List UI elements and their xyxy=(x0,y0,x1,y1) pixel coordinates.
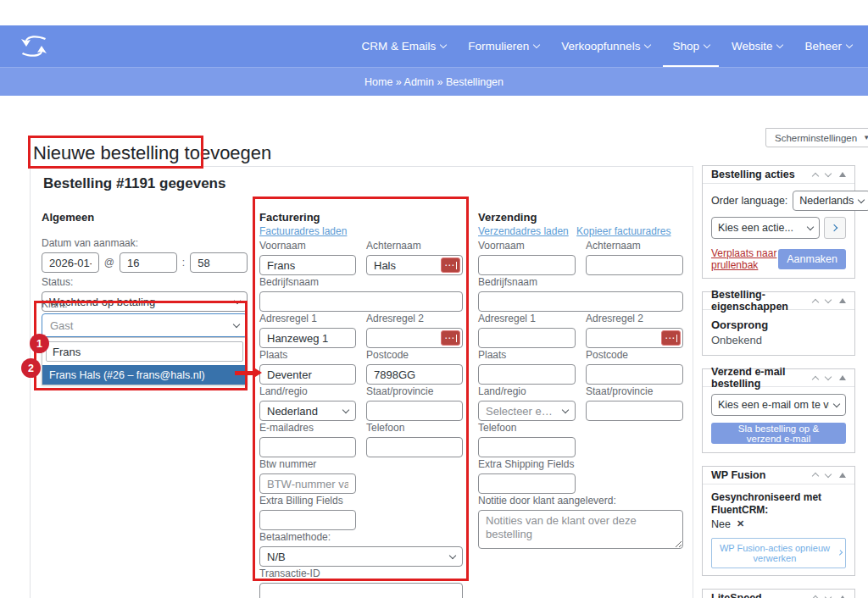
field-label: Achternaam xyxy=(586,241,683,252)
shipping-postcode-input[interactable] xyxy=(586,364,683,385)
field-label: Notitie door klant aangeleverd: xyxy=(478,496,683,507)
brand-logo-icon[interactable] xyxy=(15,32,53,60)
top-navbar: CRM & Emails Formulieren Verkoopfunnels … xyxy=(0,25,868,67)
billing-postcode-input[interactable] xyxy=(366,364,463,385)
customer-select[interactable]: Gast xyxy=(42,313,248,337)
email-template-select[interactable]: Kies een e-mail om te verzenden xyxy=(711,394,846,416)
collapse-icon[interactable] xyxy=(839,172,846,177)
shipping-city-input[interactable] xyxy=(478,364,576,385)
move-up-icon[interactable] xyxy=(812,375,819,382)
wp-fusion-reprocess-button[interactable]: WP Fusion-acties opnieuw verwerken xyxy=(711,538,846,568)
field-label: Extra Shipping Fields xyxy=(478,459,576,470)
customer-search-input[interactable] xyxy=(46,341,243,362)
billing-address1-group: Adresregel 1 xyxy=(259,313,356,348)
shipping-address1-input[interactable] xyxy=(478,328,576,348)
panel-title: Verzend e-mail bestelling xyxy=(711,366,805,390)
ellipsis-glyph: ⋯ xyxy=(444,260,454,270)
general-column: Algemeen Datum van aanmaak: @ : Status: … xyxy=(42,204,248,313)
collapse-icon[interactable] xyxy=(839,473,846,478)
dismiss-icon[interactable]: ✕ xyxy=(737,518,744,529)
shipping-state-input[interactable] xyxy=(586,401,683,421)
billing-vat-input[interactable] xyxy=(259,473,356,494)
hour-input[interactable] xyxy=(120,252,177,273)
field-label: Land/regio xyxy=(259,386,356,397)
move-down-icon[interactable] xyxy=(825,593,832,598)
payment-method-select[interactable]: N/B xyxy=(259,546,463,567)
nav-item-crm-emails[interactable]: CRM & Emails xyxy=(351,25,458,67)
nav-item-verkoopfunnels[interactable]: Verkoopfunnels xyxy=(550,25,661,67)
chevron-down-icon xyxy=(846,42,853,48)
nav-item-beheer[interactable]: Beheer xyxy=(793,25,863,67)
move-to-trash-link[interactable]: Verplaats naar prullenbak xyxy=(711,247,778,271)
order-language-label: Order language: xyxy=(711,195,787,207)
billing-city-input[interactable] xyxy=(259,364,356,385)
ellipsis-field-icon[interactable]: ⋯ xyxy=(441,257,460,273)
billing-first-name-input[interactable] xyxy=(259,255,356,275)
chevron-down-icon xyxy=(858,196,865,202)
apply-action-button[interactable] xyxy=(824,217,846,239)
breadcrumb[interactable]: Home » Admin » Bestellingen xyxy=(364,76,504,88)
ellipsis-field-icon[interactable]: ⋯ xyxy=(661,330,681,346)
order-action-placeholder: Kies een actie... xyxy=(718,222,793,234)
create-order-button[interactable]: Aanmaken xyxy=(778,249,846,269)
billing-phone-input[interactable] xyxy=(366,437,463,457)
billing-country-select[interactable]: Nederland xyxy=(259,401,356,421)
shipping-country-select[interactable]: Selecteer een land/regio… xyxy=(478,401,576,421)
save-and-send-email-button[interactable]: Sla bestelling op & verzend e-mail xyxy=(711,423,846,444)
order-action-select[interactable]: Kies een actie... xyxy=(711,217,820,239)
order-heading: Bestelling #1191 gegevens xyxy=(43,175,225,192)
field-label: Datum van aanmaak: xyxy=(42,238,248,249)
copy-billing-address-link[interactable]: Kopieer factuuradres xyxy=(576,225,670,237)
nav-item-website[interactable]: Website xyxy=(721,25,794,67)
move-up-icon[interactable] xyxy=(812,298,819,305)
billing-address1-input[interactable] xyxy=(259,328,356,348)
load-billing-address-link[interactable]: Factuuradres laden xyxy=(259,225,347,237)
move-down-icon[interactable] xyxy=(825,470,832,477)
chevron-down-icon xyxy=(704,42,710,48)
billing-extra-fields-input[interactable] xyxy=(259,510,356,530)
move-down-icon[interactable] xyxy=(825,296,832,303)
billing-state-group: Staat/provincie xyxy=(366,386,463,421)
field-label: Telefoon xyxy=(366,423,463,434)
nav-item-formulieren[interactable]: Formulieren xyxy=(457,25,550,67)
shipping-first-name-input[interactable] xyxy=(478,255,576,275)
shipping-address1-group: Adresregel 1 xyxy=(478,313,576,348)
shipping-state-group: Staat/provincie xyxy=(586,386,683,421)
customer-note-textarea[interactable] xyxy=(478,510,683,549)
order-language-select[interactable]: Nederlands xyxy=(793,191,868,211)
nav-item-label: Formulieren xyxy=(468,40,529,53)
at-separator: @ xyxy=(104,257,114,269)
transaction-id-input[interactable] xyxy=(259,583,463,598)
billing-email-input[interactable] xyxy=(259,437,356,457)
nav-menu: CRM & Emails Formulieren Verkoopfunnels … xyxy=(351,25,863,67)
payment-method-group: Betaalmethode: N/B xyxy=(259,532,463,567)
shipping-country-group: Land/regio Selecteer een land/regio… xyxy=(478,386,576,421)
billing-country-value: Nederland xyxy=(267,405,318,418)
panel-litespeed: LiteSpeed Cache uitschakelen Uitschakele… xyxy=(702,589,855,598)
chevron-down-icon xyxy=(342,406,349,413)
move-up-icon[interactable] xyxy=(812,473,819,479)
move-up-icon[interactable] xyxy=(812,172,819,179)
collapse-icon[interactable] xyxy=(839,298,846,303)
date-input[interactable] xyxy=(42,252,99,273)
load-shipping-address-link[interactable]: Verzendadres laden xyxy=(478,225,569,237)
ellipsis-field-icon[interactable]: ⋯ xyxy=(441,330,460,346)
minute-input[interactable] xyxy=(190,252,248,273)
collapse-icon[interactable] xyxy=(839,375,846,380)
nav-item-shop[interactable]: Shop xyxy=(661,25,721,67)
shipping-phone-input[interactable] xyxy=(478,437,576,457)
collapse-icon[interactable] xyxy=(839,595,846,598)
shipping-extra-fields-input[interactable] xyxy=(478,473,576,494)
billing-company-input[interactable] xyxy=(259,291,463,312)
section-title-billing: Facturering xyxy=(259,211,463,224)
chevron-right-icon xyxy=(831,224,837,231)
screen-options-button[interactable]: Scherminstellingen ▼ xyxy=(765,128,868,147)
customer-option[interactable]: Frans Hals (#26 – frans@hals.nl) xyxy=(42,365,247,385)
move-down-icon[interactable] xyxy=(825,374,832,380)
shipping-company-input[interactable] xyxy=(478,291,683,312)
billing-state-input[interactable] xyxy=(366,401,463,421)
field-label: Voornaam xyxy=(478,241,576,252)
move-down-icon[interactable] xyxy=(825,170,832,177)
shipping-last-name-input[interactable] xyxy=(586,255,683,275)
panel-title: Bestelling acties xyxy=(711,169,805,180)
